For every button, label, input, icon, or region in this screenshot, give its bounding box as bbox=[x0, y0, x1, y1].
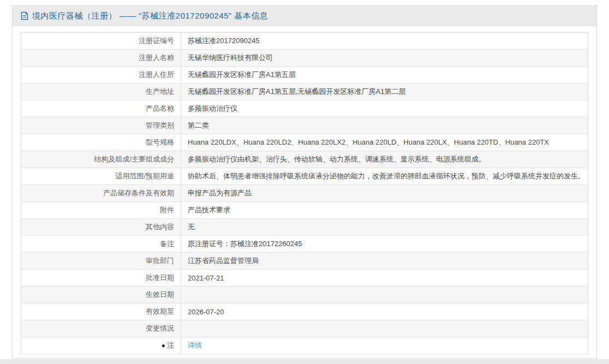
row-value: 苏械注准20172090245 bbox=[181, 33, 588, 50]
table-row: 有效期至2026-07-20 bbox=[21, 303, 588, 320]
row-label: 批准日期 bbox=[21, 270, 181, 287]
row-value: 多频振动治疗仪 bbox=[181, 100, 588, 117]
table-row: ●注详情 bbox=[21, 337, 588, 354]
table-row: 生效日期 bbox=[21, 287, 588, 303]
note-bullet-icon: ● bbox=[162, 342, 165, 349]
row-value: 原注册证号：苏械注准20172260245 bbox=[181, 236, 588, 253]
row-label: 生产地址 bbox=[21, 83, 181, 100]
table-row: 适用范围/预期用途协助术后、体弱患者增强排除呼吸系统痰液分泌物的能力，改善淤滞的… bbox=[21, 168, 588, 185]
row-label: 产品名称 bbox=[21, 100, 181, 117]
row-label: 审批部门 bbox=[21, 253, 181, 270]
row-label: 有效期至 bbox=[21, 303, 181, 320]
row-label: 其他内容 bbox=[21, 219, 181, 236]
table-row: 审批部门江苏省药品监督管理局 bbox=[21, 253, 588, 270]
detail-link[interactable]: 详情 bbox=[188, 341, 202, 349]
document-icon bbox=[21, 11, 28, 20]
table-row: 型号规格Huana 220LDX、Huana 220LD2、Huana 220L… bbox=[21, 134, 588, 151]
table-row: 批准日期2021-07-21 bbox=[21, 270, 588, 287]
table-row: 注册证编号苏械注准20172090245 bbox=[21, 33, 588, 50]
table-row: 注册人住所无锡蠡园开发区标准厂房A1第五层 bbox=[21, 67, 588, 83]
page-background: { "header": { "title": "境内医疗器械（注册） —— “苏… bbox=[0, 0, 609, 364]
info-table-body: 注册证编号苏械注准20172090245注册人名称无锡华纳医疗科技有限公司注册人… bbox=[21, 33, 588, 354]
row-label: 备注 bbox=[21, 236, 181, 253]
row-label: 注册人住所 bbox=[21, 67, 181, 83]
row-label: 型号规格 bbox=[21, 134, 181, 151]
row-label: 管理类别 bbox=[21, 117, 181, 134]
row-value: 多频振动治疗仪由机架、治疗头、传动软轴、动力系统、调速系统、显示系统、电源系统组… bbox=[181, 151, 588, 168]
row-label: 适用范围/预期用途 bbox=[21, 168, 181, 185]
row-value: 2026-07-20 bbox=[181, 303, 588, 320]
table-row: 变更情况 bbox=[21, 320, 588, 337]
row-label: 注册证编号 bbox=[21, 33, 181, 50]
row-label: 注册人名称 bbox=[21, 50, 181, 67]
row-label: 附件 bbox=[21, 202, 181, 219]
info-table: 注册证编号苏械注准20172090245注册人名称无锡华纳医疗科技有限公司注册人… bbox=[21, 32, 588, 354]
row-value: 无锡华纳医疗科技有限公司 bbox=[181, 50, 588, 67]
table-row: 其他内容无 bbox=[21, 219, 588, 236]
table-row: 注册人名称无锡华纳医疗科技有限公司 bbox=[21, 50, 588, 67]
page-title: 境内医疗器械（注册） —— “苏械注准20172090245” 基本信息 bbox=[32, 11, 268, 21]
row-value: Huana 220LDX、Huana 220LD2、Huana 220LX2、H… bbox=[181, 134, 588, 151]
main-panel: 境内医疗器械（注册） —— “苏械注准20172090245” 基本信息 注册证… bbox=[12, 5, 597, 359]
row-value bbox=[181, 320, 588, 337]
row-value: 产品技术要求 bbox=[181, 202, 588, 219]
panel-header: 境内医疗器械（注册） —— “苏械注准20172090245” 基本信息 bbox=[13, 6, 596, 26]
panel-body: 注册证编号苏械注准20172090245注册人名称无锡华纳医疗科技有限公司注册人… bbox=[13, 26, 596, 354]
page-footer-band bbox=[0, 359, 609, 364]
table-row: 产品名称多频振动治疗仪 bbox=[21, 100, 588, 117]
row-value: 第二类 bbox=[181, 117, 588, 134]
table-row: 附件产品技术要求 bbox=[21, 202, 588, 219]
row-value: 江苏省药品监督管理局 bbox=[181, 253, 588, 270]
row-label: 生效日期 bbox=[21, 287, 181, 303]
row-value: 申报产品为有源产品 bbox=[181, 185, 588, 202]
table-row: 产品储存条件及有效期申报产品为有源产品 bbox=[21, 185, 588, 202]
table-row: 备注原注册证号：苏械注准20172260245 bbox=[21, 236, 588, 253]
row-label: 结构及组成/主要组成成分 bbox=[21, 151, 181, 168]
table-row: 生产地址无锡蠡园开发区标准厂房A1第五层,无锡蠡园开发区标准厂房A1第二层 bbox=[21, 83, 588, 100]
row-label: 产品储存条件及有效期 bbox=[21, 185, 181, 202]
row-value: 2021-07-21 bbox=[181, 270, 588, 287]
row-value bbox=[181, 287, 588, 303]
table-row: 管理类别第二类 bbox=[21, 117, 588, 134]
table-row: 结构及组成/主要组成成分多频振动治疗仪由机架、治疗头、传动软轴、动力系统、调速系… bbox=[21, 151, 588, 168]
row-value: 详情 bbox=[181, 337, 588, 354]
row-value: 无锡蠡园开发区标准厂房A1第五层 bbox=[181, 67, 588, 83]
row-value: 无 bbox=[181, 219, 588, 236]
row-value: 无锡蠡园开发区标准厂房A1第五层,无锡蠡园开发区标准厂房A1第二层 bbox=[181, 83, 588, 100]
row-label: 变更情况 bbox=[21, 320, 181, 337]
row-value: 协助术后、体弱患者增强排除呼吸系统痰液分泌物的能力，改善淤滞的肺部血液循环状况，… bbox=[181, 168, 588, 185]
row-label: ●注 bbox=[21, 337, 181, 354]
